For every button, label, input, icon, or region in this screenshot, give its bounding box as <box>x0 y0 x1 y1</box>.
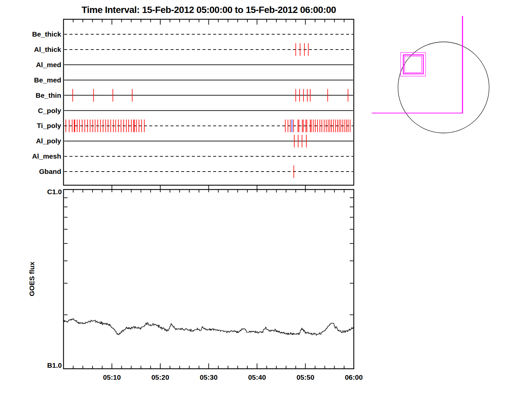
channel-label-Ti_poly: Ti_poly <box>11 121 61 130</box>
channel-label-Be_med: Be_med <box>11 76 61 84</box>
goes-ymin-label: B1.0 <box>29 361 62 370</box>
channel-label-Al_mesh: Al_mesh <box>11 152 61 161</box>
time-axis-label-0600: 06:00 <box>338 373 370 382</box>
channel-label-C_poly: C_poly <box>11 106 61 115</box>
channel-label-Be_thin: Be_thin <box>11 91 61 100</box>
time-axis-label-0520: 05:20 <box>144 373 176 382</box>
fov-box-1 <box>403 55 423 74</box>
goes-axis-title: GOES flux <box>28 246 36 312</box>
timeline-panel-border <box>64 19 354 185</box>
fov-box-2 <box>405 56 422 72</box>
time-axis-label-0530: 05:30 <box>193 373 225 382</box>
goes-flux-curve <box>64 319 354 335</box>
goes-panel-border <box>64 190 354 369</box>
channel-label-Gband: Gband <box>11 167 61 176</box>
time-axis-label-0540: 05:40 <box>241 373 273 382</box>
screenshot-root: Time Interval: 15-Feb-2012 05:00:00 to 1… <box>0 0 532 399</box>
goes-ymax-label: C1.0 <box>29 188 62 196</box>
solar-limb-circle <box>398 42 489 133</box>
time-axis-label-0510: 05:10 <box>96 373 128 382</box>
time-axis-label-0550: 05:50 <box>290 373 322 382</box>
channel-label-Al_med: Al_med <box>11 61 61 69</box>
plot-canvas <box>0 0 532 399</box>
channel-label-Be_thick: Be_thick <box>11 30 61 39</box>
channel-label-Al_thick: Al_thick <box>11 45 61 54</box>
channel-label-Al_poly: Al_poly <box>11 137 61 145</box>
